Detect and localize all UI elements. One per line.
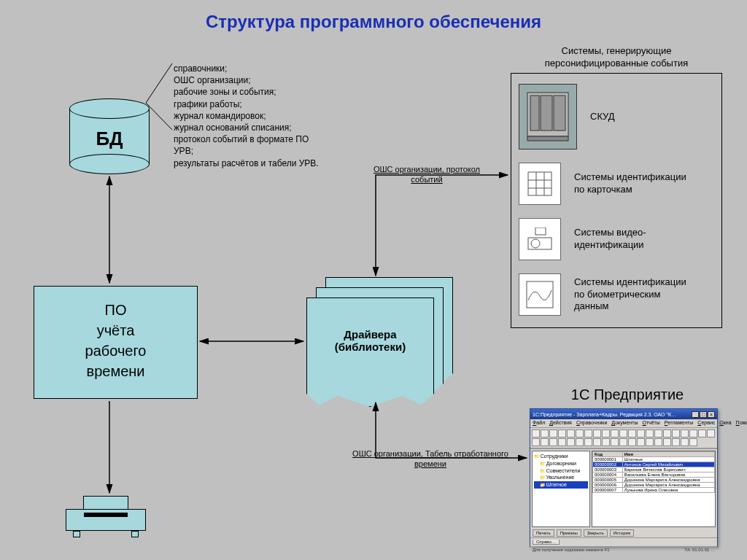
- minimize-icon: _: [692, 411, 699, 418]
- onec-titlebar: 1С:Предприятие - Зарплата+Кадры. Редакци…: [530, 409, 717, 419]
- toolbar-icon[interactable]: [584, 438, 592, 446]
- toolbar-icon[interactable]: [654, 438, 662, 446]
- toolbar-icon[interactable]: [549, 438, 557, 446]
- toolbar-icon[interactable]: [611, 429, 619, 438]
- db-label: БД: [69, 128, 150, 150]
- onec-button-Печать[interactable]: Печать: [533, 529, 554, 537]
- db-cylinder: БД: [69, 98, 150, 171]
- toolbar-icon[interactable]: [619, 429, 627, 438]
- onec-tabs[interactable]: Справо…: [530, 537, 717, 546]
- toolbar-icon[interactable]: [602, 429, 610, 438]
- toolbar-icon[interactable]: [619, 438, 627, 446]
- svg-rect-5: [554, 96, 565, 131]
- toolbar-icon[interactable]: [654, 429, 662, 438]
- printer-icon: [66, 496, 146, 540]
- po-time-tracking-box: ПО учёта рабочего времени: [34, 286, 198, 399]
- onec-menu[interactable]: ФайлДействияСправочникиДокументыОтчётыРе…: [530, 419, 717, 428]
- drivers-label: Драйвера (библиотеки): [306, 328, 434, 353]
- toolbar-icon[interactable]: [672, 438, 680, 446]
- onec-toolbar[interactable]: [530, 428, 717, 448]
- toolbar-icon[interactable]: [576, 438, 584, 446]
- toolbar-icon[interactable]: [637, 438, 645, 446]
- diagram-title: Структура программного обеспечения: [0, 12, 747, 32]
- close-icon: ×: [708, 411, 715, 418]
- toolbar-icon[interactable]: [628, 438, 636, 446]
- toolbar-icon[interactable]: [532, 438, 540, 446]
- systems-panel: СКУД Системы идентификации по карточкам …: [511, 73, 722, 328]
- onec-statusbar: Для получения подсказки нажмите F1 ТА: 0…: [530, 546, 717, 555]
- toolbar-icon[interactable]: [541, 429, 549, 438]
- toolbar-icon[interactable]: [602, 438, 610, 446]
- toolbar-icon[interactable]: [637, 429, 645, 438]
- server-icon: [519, 84, 577, 149]
- db-notes: справочники; ОШС организации; рабочие зо…: [174, 63, 319, 169]
- toolbar-icon[interactable]: [611, 438, 619, 446]
- onec-button-Закрыть[interactable]: Закрыть: [584, 529, 608, 537]
- svg-line-0: [146, 63, 172, 103]
- system-item-skud: СКУД: [519, 84, 615, 149]
- toolbar-icon[interactable]: [532, 429, 540, 438]
- toolbar-icon[interactable]: [672, 429, 680, 438]
- toolbar-icon[interactable]: [593, 438, 601, 446]
- system-item-cards: Системы идентификации по карточкам: [519, 163, 686, 205]
- toolbar-icon[interactable]: [689, 438, 697, 446]
- system-item-biometric: Системы идентификации по биометрическим …: [519, 273, 686, 316]
- toolbar-icon[interactable]: [689, 429, 697, 438]
- onec-bottom-buttons[interactable]: ПечатьПриказыЗакрытьИстория: [530, 529, 717, 537]
- toolbar-icon[interactable]: [584, 429, 592, 438]
- svg-point-14: [531, 239, 540, 248]
- toolbar-icon[interactable]: [567, 438, 575, 446]
- edge-label-top: ОШС организации, протокол событий: [372, 164, 481, 185]
- window-controls[interactable]: _□×: [691, 411, 715, 418]
- svg-rect-7: [528, 172, 551, 195]
- toolbar-icon[interactable]: [681, 438, 689, 446]
- svg-rect-15: [527, 281, 553, 308]
- toolbar-icon[interactable]: [628, 429, 636, 438]
- toolbar-icon[interactable]: [558, 438, 566, 446]
- toolbar-icon[interactable]: [567, 429, 575, 438]
- wave-icon: [519, 273, 561, 316]
- toolbar-icon[interactable]: [707, 429, 715, 438]
- toolbar-icon[interactable]: [558, 429, 566, 438]
- camera-icon: [519, 218, 561, 260]
- toolbar-icon[interactable]: [593, 429, 601, 438]
- svg-rect-6: [527, 136, 568, 141]
- toolbar-icon[interactable]: [663, 429, 671, 438]
- systems-panel-title: Системы, генерирующие персонифицированны…: [511, 45, 722, 70]
- onec-title: 1С Предприятие: [533, 386, 722, 403]
- onec-grid[interactable]: КодИмя000000001Штатные000000002Антонов С…: [592, 451, 716, 527]
- onec-window: 1С:Предприятие - Зарплата+Кадры. Редакци…: [530, 408, 718, 547]
- toolbar-icon[interactable]: [576, 429, 584, 438]
- svg-rect-4: [541, 96, 552, 131]
- toolbar-icon[interactable]: [549, 429, 557, 438]
- edge-label-bottom: ОШС организации, Табель отработанного вр…: [350, 448, 511, 470]
- svg-rect-3: [530, 96, 539, 131]
- toolbar-icon[interactable]: [698, 429, 706, 438]
- onec-button-История[interactable]: История: [610, 529, 634, 537]
- svg-rect-12: [535, 228, 546, 235]
- toolbar-icon[interactable]: [681, 429, 689, 438]
- system-item-video: Системы видео- идентификации: [519, 218, 646, 260]
- toolbar-icon[interactable]: [646, 438, 654, 446]
- toolbar-icon[interactable]: [663, 438, 671, 446]
- svg-line-1: [146, 103, 172, 130]
- toolbar-icon[interactable]: [541, 438, 549, 446]
- maximize-icon: □: [700, 411, 707, 418]
- onec-tree[interactable]: СотрудникиДоговорникиСовместителиУвольне…: [532, 451, 590, 527]
- grid-icon: [519, 163, 561, 205]
- toolbar-icon[interactable]: [646, 429, 654, 438]
- onec-button-Приказы[interactable]: Приказы: [557, 529, 581, 537]
